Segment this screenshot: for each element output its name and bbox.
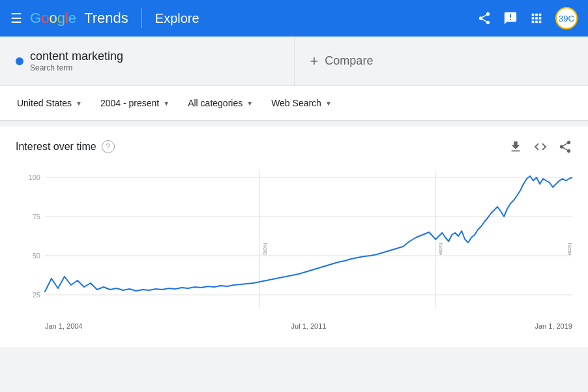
feedback-icon[interactable] bbox=[503, 11, 518, 25]
search-term-value: content marketing bbox=[30, 50, 123, 63]
menu-icon[interactable]: ☰ bbox=[10, 10, 22, 26]
avatar[interactable]: 39C bbox=[555, 7, 578, 29]
page-title: Explore bbox=[155, 11, 199, 26]
search-term-info: content marketing Search term bbox=[30, 50, 123, 72]
chart-share-icon[interactable] bbox=[558, 140, 572, 154]
location-label: United States bbox=[17, 98, 72, 108]
header-icons: 39C bbox=[477, 7, 578, 29]
filter-section: United States ▼ 2004 - present ▼ All cat… bbox=[0, 86, 588, 121]
chart-header: Interest over time ? bbox=[16, 140, 572, 154]
x-label-2011: Jul 1, 2011 bbox=[291, 322, 327, 330]
interest-over-time-chart: 100 75 50 25 Note Note Note bbox=[16, 164, 572, 321]
search-term-label: Search term bbox=[30, 63, 123, 72]
share-icon[interactable] bbox=[477, 11, 492, 25]
chart-title: Interest over time bbox=[16, 141, 96, 153]
help-icon[interactable]: ? bbox=[102, 140, 115, 153]
compare-label: Compare bbox=[325, 54, 373, 68]
compare-box[interactable]: + Compare bbox=[295, 37, 589, 85]
time-range-label: 2004 - present bbox=[100, 98, 159, 108]
x-label-2019: Jan 1, 2019 bbox=[535, 322, 572, 330]
chart-section: Interest over time ? bbox=[0, 127, 588, 347]
category-filter[interactable]: All categories ▼ bbox=[181, 94, 259, 112]
category-label: All categories bbox=[188, 98, 243, 108]
chart-actions bbox=[508, 140, 572, 154]
search-type-label: Web Search bbox=[271, 98, 321, 108]
search-section: content marketing Search term + Compare bbox=[0, 37, 588, 86]
chart-title-area: Interest over time ? bbox=[16, 140, 115, 153]
time-range-filter[interactable]: 2004 - present ▼ bbox=[94, 94, 176, 112]
compare-plus-icon: + bbox=[310, 53, 319, 70]
apps-icon[interactable] bbox=[529, 11, 544, 25]
svg-text:Note: Note bbox=[262, 243, 269, 256]
x-label-2004: Jan 1, 2004 bbox=[45, 322, 83, 330]
svg-text:50: 50 bbox=[33, 252, 40, 260]
svg-text:100: 100 bbox=[29, 173, 40, 181]
logo: Google Trends bbox=[30, 10, 128, 27]
search-type-filter[interactable]: Web Search ▼ bbox=[265, 94, 338, 112]
search-type-dropdown-arrow: ▼ bbox=[325, 100, 332, 107]
category-dropdown-arrow: ▼ bbox=[246, 100, 253, 107]
location-filter[interactable]: United States ▼ bbox=[10, 94, 89, 112]
svg-text:75: 75 bbox=[33, 213, 40, 220]
trend-line bbox=[45, 176, 572, 292]
embed-icon[interactable] bbox=[533, 140, 548, 154]
time-range-dropdown-arrow: ▼ bbox=[163, 100, 169, 107]
svg-text:Note: Note bbox=[437, 243, 444, 256]
location-dropdown-arrow: ▼ bbox=[76, 100, 82, 107]
header-divider bbox=[141, 8, 142, 28]
download-icon[interactable] bbox=[508, 140, 523, 154]
header: ☰ Google Trends Explore 39C bbox=[0, 0, 588, 37]
search-term-indicator bbox=[16, 57, 23, 65]
logo-text: Google Trends bbox=[30, 10, 128, 27]
chart-container: 100 75 50 25 Note Note Note Jan 1, 2004 … bbox=[16, 164, 572, 334]
svg-text:25: 25 bbox=[33, 291, 40, 299]
x-axis-labels: Jan 1, 2004 Jul 1, 2011 Jan 1, 2019 bbox=[16, 321, 572, 330]
svg-text:Note: Note bbox=[566, 243, 572, 256]
search-term-box: content marketing Search term bbox=[0, 37, 295, 85]
